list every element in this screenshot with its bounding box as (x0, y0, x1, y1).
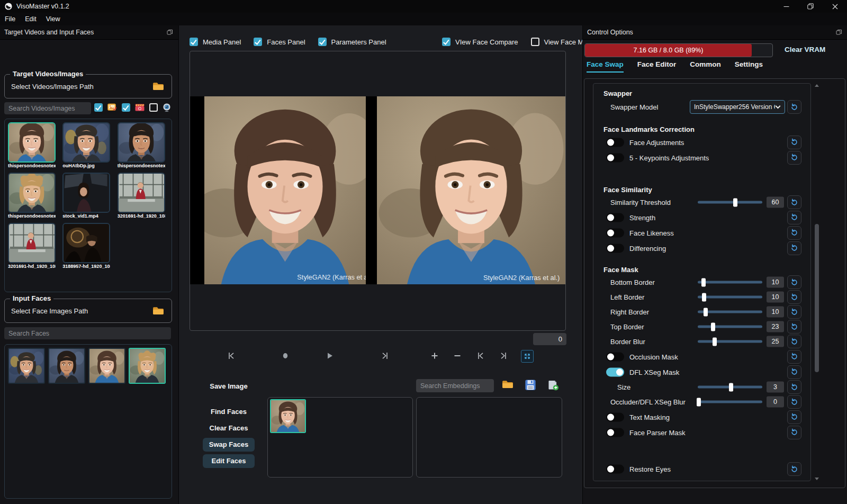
faces-folder-icon[interactable] (152, 306, 164, 316)
border-blur-slider-handle[interactable] (713, 337, 717, 346)
edit-faces-button[interactable]: Edit Faces (203, 454, 255, 468)
right-border-value[interactable]: 10 (767, 307, 784, 318)
find-faces-button[interactable]: Find Faces (203, 408, 255, 416)
occlusion-mask-reset-button[interactable] (787, 350, 801, 364)
detected-face-thumbnail[interactable] (270, 399, 306, 433)
right-border-reset-button[interactable] (787, 305, 801, 319)
5-keypoints-adjustments-reset-button[interactable] (787, 151, 801, 165)
text-masking-reset-button[interactable] (787, 410, 801, 424)
size-reset-button[interactable] (787, 380, 801, 394)
media-thumbnail[interactable]: ouHAtbDp.jpg (62, 122, 110, 168)
right-border-slider-handle[interactable] (704, 308, 708, 316)
top-border-reset-button[interactable] (787, 320, 801, 334)
border-blur-reset-button[interactable] (787, 335, 801, 348)
clear-vram-button[interactable]: Clear VRAM (785, 43, 825, 56)
media-thumbnail[interactable]: thispersondoesnotexis (8, 122, 56, 168)
menu-file[interactable]: File (0, 15, 20, 23)
videos-folder-icon[interactable] (152, 82, 164, 91)
media-thumbnail[interactable]: stock_vid1.mp4 (62, 173, 110, 219)
float-panel-icon[interactable] (167, 29, 173, 35)
search-videos-input[interactable] (4, 102, 91, 114)
border-blur-slider[interactable] (698, 340, 762, 343)
input-face-thumbnail[interactable] (129, 348, 166, 384)
tab-face-editor[interactable]: Face Editor (637, 60, 677, 73)
fit-view-button[interactable] (521, 350, 534, 363)
parameters-panel-checkbox[interactable] (318, 38, 327, 46)
restore-eyes-toggle[interactable] (606, 465, 624, 474)
media-thumbnail[interactable]: thispersondoesnotex4i (118, 122, 165, 168)
search-embeddings-input[interactable] (416, 379, 494, 392)
left-border-reset-button[interactable] (787, 290, 801, 304)
face-adjustments-reset-button[interactable] (787, 136, 801, 149)
frame-number-field[interactable]: 0 (533, 333, 566, 345)
scrollbar-thumb[interactable] (815, 224, 819, 372)
border-blur-value[interactable]: 25 (767, 336, 784, 347)
film-filter-checkbox[interactable] (122, 103, 130, 112)
record-button[interactable] (281, 351, 290, 361)
strength-reset-button[interactable] (787, 211, 801, 224)
media-thumbnail[interactable]: 3188957-hd_1920_1080 (62, 223, 110, 269)
similarity-threshold-value[interactable]: 60 (767, 197, 784, 208)
parameters-scrollbar[interactable] (814, 84, 819, 480)
view-face-compare-checkbox[interactable] (442, 38, 450, 46)
close-button[interactable] (823, 0, 847, 13)
occluder-dfl-xseg-blur-slider[interactable] (698, 401, 762, 403)
similarity-threshold-slider[interactable] (698, 201, 762, 204)
occlusion-mask-toggle[interactable] (606, 352, 624, 361)
bottom-border-slider[interactable] (698, 281, 762, 284)
input-face-thumbnail[interactable] (8, 348, 45, 384)
add-embedding-icon[interactable] (547, 379, 559, 391)
top-border-value[interactable]: 23 (767, 321, 784, 332)
text-masking-toggle[interactable] (606, 412, 624, 421)
size-slider-handle[interactable] (729, 383, 733, 391)
skip-to-start-button[interactable] (227, 351, 236, 361)
webcam-filter-checkbox[interactable] (149, 103, 158, 112)
face-likeness-reset-button[interactable] (787, 226, 801, 240)
swapper-model-reset-button[interactable] (787, 100, 801, 114)
bottom-border-value[interactable]: 10 (767, 277, 784, 288)
input-face-thumbnail[interactable] (48, 348, 85, 384)
skip-to-end-button[interactable] (380, 351, 390, 361)
occluder-dfl-xseg-blur-slider-handle[interactable] (697, 398, 701, 406)
search-faces-input[interactable] (4, 327, 171, 339)
media-thumbnail[interactable]: thispersondoesnotexist (8, 173, 56, 219)
clear-faces-button[interactable]: Clear Faces (203, 424, 255, 432)
similarity-threshold-reset-button[interactable] (787, 195, 801, 209)
left-border-value[interactable]: 10 (767, 292, 784, 303)
face-parser-mask-reset-button[interactable] (787, 426, 801, 439)
view-face-mask-checkbox[interactable] (531, 38, 539, 46)
menu-edit[interactable]: Edit (20, 15, 41, 23)
right-border-slider[interactable] (698, 311, 762, 313)
tab-settings[interactable]: Settings (735, 60, 763, 73)
photos-filter-checkbox[interactable] (94, 103, 103, 112)
swap-faces-button[interactable]: Swap Faces (203, 438, 255, 452)
face-adjustments-toggle[interactable] (606, 138, 624, 147)
left-border-slider-handle[interactable] (702, 293, 706, 301)
media-thumbnail[interactable]: 3201691-hd_1920_1080 (118, 173, 165, 219)
scroll-down-arrow[interactable] (815, 478, 819, 480)
tab-face-swap[interactable]: Face Swap (587, 60, 624, 73)
play-button[interactable] (325, 351, 334, 361)
minimize-button[interactable] (774, 0, 798, 13)
differencing-toggle[interactable] (606, 244, 624, 253)
occluder-dfl-xseg-blur-reset-button[interactable] (787, 395, 801, 409)
save-image-button[interactable]: Save Image (203, 382, 255, 390)
top-border-slider[interactable] (698, 326, 762, 328)
restore-button[interactable] (798, 0, 823, 13)
size-slider[interactable] (698, 386, 762, 389)
dfl-xseg-mask-reset-button[interactable] (787, 365, 801, 379)
scroll-up-arrow[interactable] (815, 84, 819, 87)
bottom-border-slider-handle[interactable] (701, 278, 706, 286)
swapper-model-combobox[interactable]: InStyleSwapper256 Version C (690, 100, 785, 114)
media-viewer[interactable]: StyleGAN2 (Karras et al.) StyleGAN2 (Kar… (190, 51, 566, 331)
embeddings-folder-icon[interactable] (502, 380, 513, 391)
similarity-threshold-slider-handle[interactable] (733, 198, 737, 206)
next-frame-button[interactable] (499, 351, 508, 361)
face-parser-mask-toggle[interactable] (606, 428, 624, 437)
zoom-in-button[interactable] (430, 351, 439, 361)
size-value[interactable]: 3 (767, 382, 784, 393)
differencing-reset-button[interactable] (787, 241, 801, 255)
zoom-out-button[interactable] (453, 351, 462, 361)
save-embedding-icon[interactable] (525, 379, 536, 391)
menu-view[interactable]: View (41, 15, 65, 23)
